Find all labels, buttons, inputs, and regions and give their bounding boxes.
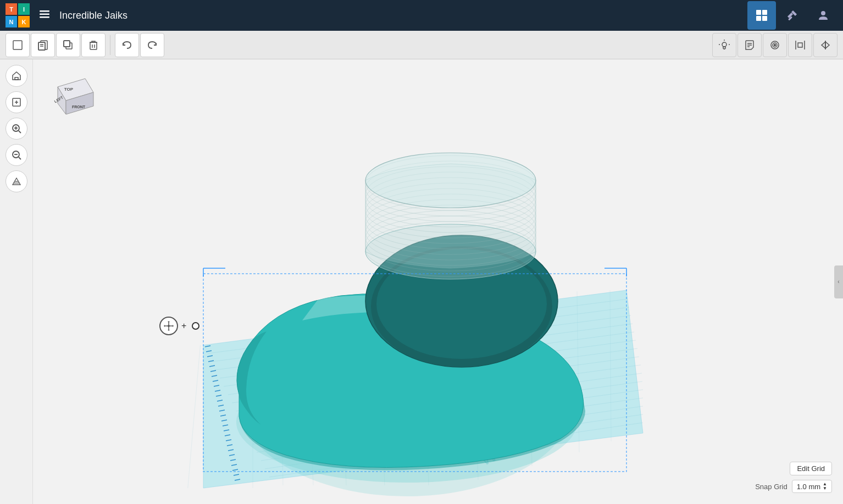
drag-indicator: +: [159, 317, 199, 335]
drag-point: [192, 322, 199, 330]
left-panel: [0, 59, 33, 504]
fit-all-button[interactable]: [5, 91, 27, 113]
distribute-button[interactable]: [788, 33, 812, 57]
viewport[interactable]: Workplane: [33, 59, 843, 504]
svg-point-8: [821, 11, 825, 15]
svg-point-143: [168, 325, 170, 327]
svg-rect-0: [40, 10, 49, 12]
snap-grid-value[interactable]: 1.0 mm ▲ ▼: [792, 480, 832, 493]
svg-point-31: [774, 44, 776, 46]
svg-point-21: [722, 42, 726, 47]
logo-n: N: [5, 16, 17, 27]
svg-rect-4: [762, 10, 767, 15]
svg-marker-36: [822, 42, 825, 48]
3d-scene: Workplane: [33, 59, 843, 504]
svg-line-43: [19, 131, 21, 133]
main-area: Workplane: [0, 59, 843, 504]
edit-grid-button[interactable]: Edit Grid: [790, 462, 832, 475]
svg-line-47: [19, 157, 21, 159]
svg-rect-34: [798, 43, 802, 47]
svg-rect-9: [13, 41, 22, 49]
move-icon: [159, 317, 178, 335]
notes-button[interactable]: [737, 33, 762, 57]
svg-rect-6: [762, 16, 767, 21]
svg-rect-2: [40, 16, 49, 18]
snap-grid-label: Snap Grid: [755, 483, 787, 491]
crosshair-icon: +: [181, 321, 186, 331]
bottom-right-controls: Edit Grid Snap Grid 1.0 mm ▲ ▼: [755, 462, 832, 493]
logo-t: T: [5, 3, 17, 15]
profile-button[interactable]: [809, 1, 838, 30]
view-cube[interactable]: TOP LEFT FRONT: [41, 68, 102, 128]
duplicate-button[interactable]: [56, 33, 80, 57]
light-button[interactable]: [712, 33, 736, 57]
project-title: Incredible Jaiks: [59, 10, 747, 21]
delete-button[interactable]: [81, 33, 106, 57]
grid-view-button[interactable]: [747, 1, 776, 30]
snap-grid-arrows[interactable]: ▲ ▼: [823, 482, 827, 491]
svg-marker-37: [825, 42, 829, 48]
topbar-right: [747, 1, 838, 30]
svg-rect-5: [756, 16, 761, 21]
svg-text:FRONT: FRONT: [72, 105, 86, 109]
snap-grid-number: 1.0 mm: [797, 483, 820, 491]
align-button[interactable]: [763, 33, 787, 57]
toolbar: [0, 31, 843, 59]
perspective-button[interactable]: [5, 170, 27, 192]
hammer-button[interactable]: [778, 1, 807, 30]
zoom-in-button[interactable]: [5, 118, 27, 140]
menu-button[interactable]: [36, 6, 53, 25]
tinkercad-logo[interactable]: T I N K: [5, 3, 30, 27]
topbar: T I N K Incredible Jaiks: [0, 0, 843, 31]
logo-i: I: [18, 3, 30, 15]
svg-point-129: [365, 153, 536, 208]
new-shape-button[interactable]: [5, 33, 30, 57]
svg-rect-3: [756, 10, 761, 15]
paste-button[interactable]: [31, 33, 55, 57]
undo-button[interactable]: [115, 33, 139, 57]
zoom-out-button[interactable]: [5, 144, 27, 166]
svg-text:TOP: TOP: [64, 87, 74, 92]
home-view-button[interactable]: [5, 65, 27, 87]
redo-button[interactable]: [140, 33, 164, 57]
snap-grid-row: Snap Grid 1.0 mm ▲ ▼: [755, 480, 832, 493]
toolbar-separator-1: [110, 35, 110, 55]
logo-k: K: [18, 16, 30, 27]
svg-rect-18: [90, 42, 97, 49]
flip-button[interactable]: [813, 33, 838, 57]
right-panel-toggle[interactable]: ‹: [834, 265, 843, 298]
svg-rect-1: [40, 13, 49, 15]
svg-rect-16: [64, 41, 70, 47]
svg-rect-38: [15, 77, 18, 80]
